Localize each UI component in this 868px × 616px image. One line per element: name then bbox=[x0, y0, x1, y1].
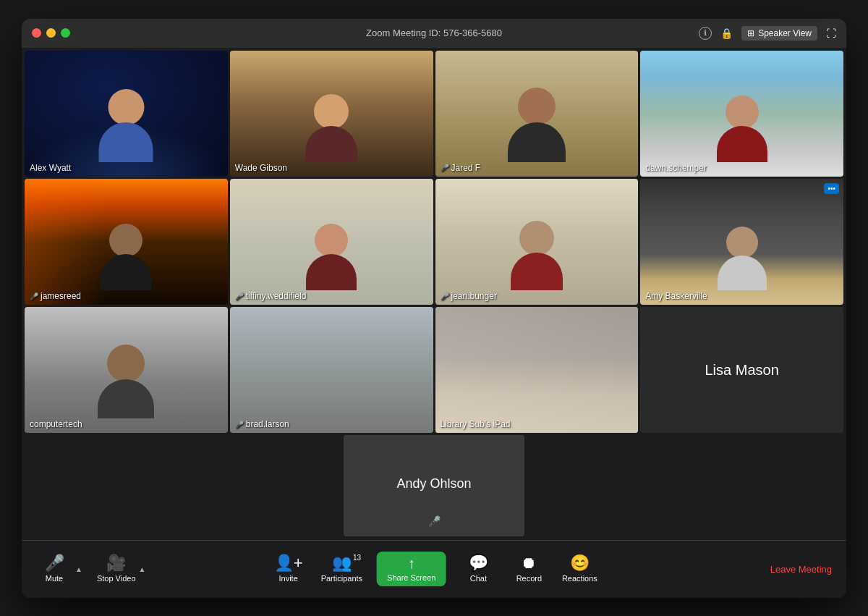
andy-name-display: Andy Ohlson bbox=[396, 477, 471, 492]
person-wade bbox=[305, 94, 357, 162]
chevron-up-icon: ▲ bbox=[75, 565, 82, 573]
mute-indicator-jean: 🎤 bbox=[441, 292, 449, 300]
person-dawn bbox=[717, 96, 767, 162]
stop-video-button[interactable]: 🎥 Stop Video bbox=[97, 555, 136, 583]
video-row-4: Andy Ohlson 🎤 bbox=[25, 435, 843, 536]
share-screen-button[interactable]: ↑ Share Screen bbox=[377, 552, 446, 586]
mute-chevron[interactable]: ▲ bbox=[75, 565, 82, 573]
info-button[interactable]: ℹ bbox=[699, 27, 712, 40]
person-jean bbox=[511, 221, 563, 290]
person-jared bbox=[508, 88, 566, 162]
toolbar-left: 🎤 Mute ▲ 🎥 Stop Video ▲ bbox=[36, 555, 145, 583]
participant-name-tiffiny: 🎤 tiffiny.weddifield bbox=[235, 291, 307, 301]
participant-cell-dawn: dawn.schemper bbox=[640, 51, 843, 177]
minimize-button[interactable] bbox=[46, 28, 56, 38]
video-grid: Alex Wyatt Wade Gibson bbox=[22, 48, 846, 540]
invite-icon: 👤+ bbox=[274, 555, 303, 571]
participant-name-brad: 🎤 brad.larson bbox=[235, 419, 289, 429]
participant-name-dawn: dawn.schemper bbox=[645, 163, 707, 173]
participant-name-wade: Wade Gibson bbox=[235, 163, 287, 173]
microphone-icon: 🎤 bbox=[45, 555, 64, 571]
person-alex bbox=[99, 89, 153, 162]
title-bar: Zoom Meeting ID: 576-366-5680 ℹ 🔒 ⊞ Spea… bbox=[22, 19, 846, 48]
participant-cell-andy: Andy Ohlson 🎤 bbox=[344, 435, 524, 536]
speaker-view-button[interactable]: ⊞ Speaker View bbox=[741, 26, 817, 41]
participants-icon: 👥 bbox=[332, 555, 352, 571]
participant-cell-ipad: Library Sub's iPad bbox=[435, 307, 639, 433]
participants-count-badge: 13 bbox=[353, 554, 361, 562]
main-content: Alex Wyatt Wade Gibson bbox=[22, 48, 846, 598]
participants-button[interactable]: 👥 13 Participants bbox=[321, 555, 362, 583]
participant-name-amy: Amy Baskerville bbox=[645, 291, 707, 301]
person-james bbox=[101, 224, 151, 290]
record-button[interactable]: ⏺ Record bbox=[511, 555, 547, 583]
participant-cell-lisa: Lisa Mason Lisa Mason bbox=[640, 307, 843, 433]
window-title: Zoom Meeting ID: 576-366-5680 bbox=[366, 28, 502, 38]
chat-icon: 💬 bbox=[469, 555, 488, 571]
participant-cell-tiffiny: 🎤 tiffiny.weddifield bbox=[230, 179, 433, 305]
share-screen-icon: ↑ bbox=[408, 556, 415, 570]
mute-indicator-andy: 🎤 bbox=[428, 515, 441, 527]
toolbar-center: 👤+ Invite 👥 13 Participants ↑ Share Scre… bbox=[271, 552, 598, 586]
mute-indicator-jared: 🎤 bbox=[441, 164, 449, 172]
mute-indicator-brad: 🎤 bbox=[235, 421, 244, 429]
chevron-up-video-icon: ▲ bbox=[139, 565, 146, 573]
more-options-button[interactable]: ••• bbox=[824, 183, 839, 194]
reactions-button[interactable]: 😊 Reactions bbox=[561, 555, 597, 583]
video-row-3: computertech 🎤 brad.larson Lib bbox=[25, 307, 843, 433]
participant-name-computertech: computertech bbox=[30, 419, 82, 429]
mute-indicator-tiffiny: 🎤 bbox=[235, 292, 244, 300]
participant-cell-computertech: computertech bbox=[25, 307, 228, 433]
participant-cell-brad: 🎤 brad.larson bbox=[230, 307, 433, 433]
participant-cell-wade-gibson: Wade Gibson bbox=[230, 51, 433, 177]
video-chevron[interactable]: ▲ bbox=[139, 565, 146, 573]
video-row-1: Alex Wyatt Wade Gibson bbox=[25, 51, 843, 177]
record-icon: ⏺ bbox=[521, 555, 537, 571]
participant-name-jared: 🎤 Jared F bbox=[441, 163, 481, 173]
grid-icon: ⊞ bbox=[747, 28, 754, 38]
participant-name-james: 🎤 jamesreed bbox=[30, 291, 81, 301]
participant-cell-alex-wyatt: Alex Wyatt bbox=[25, 51, 228, 177]
camera-icon: 🎥 bbox=[106, 555, 126, 571]
toolbar-right: Leave Meeting bbox=[770, 564, 832, 575]
reactions-icon: 😊 bbox=[570, 555, 590, 571]
participant-cell-jean: 🎤 jean.bunger bbox=[435, 179, 639, 305]
participant-cell-jared: 🎤 Jared F bbox=[435, 51, 639, 177]
participant-name-jean: 🎤 jean.bunger bbox=[441, 291, 497, 301]
mute-indicator-james: 🎤 bbox=[30, 292, 38, 300]
person-tiffiny bbox=[306, 224, 357, 290]
chat-button[interactable]: 💬 Chat bbox=[460, 555, 496, 583]
person-amy bbox=[718, 227, 767, 290]
invite-button[interactable]: 👤+ Invite bbox=[271, 555, 307, 583]
leave-meeting-button[interactable]: Leave Meeting bbox=[770, 564, 832, 575]
zoom-window: Zoom Meeting ID: 576-366-5680 ℹ 🔒 ⊞ Spea… bbox=[22, 19, 846, 598]
close-button[interactable] bbox=[32, 28, 41, 38]
fullscreen-button[interactable]: ⛶ bbox=[826, 28, 836, 39]
bottom-toolbar: 🎤 Mute ▲ 🎥 Stop Video ▲ 👤+ Invi bbox=[22, 540, 846, 598]
video-row-2: 🎤 jamesreed 🎤 tiffiny.weddifield bbox=[25, 179, 843, 305]
mute-button[interactable]: 🎤 Mute bbox=[36, 555, 72, 583]
maximize-button[interactable] bbox=[61, 28, 70, 38]
lisa-name-display: Lisa Mason bbox=[705, 362, 778, 379]
participant-cell-amy: ••• Amy Baskerville bbox=[640, 179, 843, 305]
person-computertech bbox=[98, 345, 154, 418]
participant-name-ipad: Library Sub's iPad bbox=[441, 419, 511, 429]
lock-icon: 🔒 bbox=[720, 28, 733, 39]
traffic-lights bbox=[32, 28, 70, 38]
participant-name-alex: Alex Wyatt bbox=[30, 163, 71, 173]
top-right-controls: ℹ 🔒 ⊞ Speaker View ⛶ bbox=[699, 26, 836, 41]
participant-cell-james: 🎤 jamesreed bbox=[25, 179, 228, 305]
